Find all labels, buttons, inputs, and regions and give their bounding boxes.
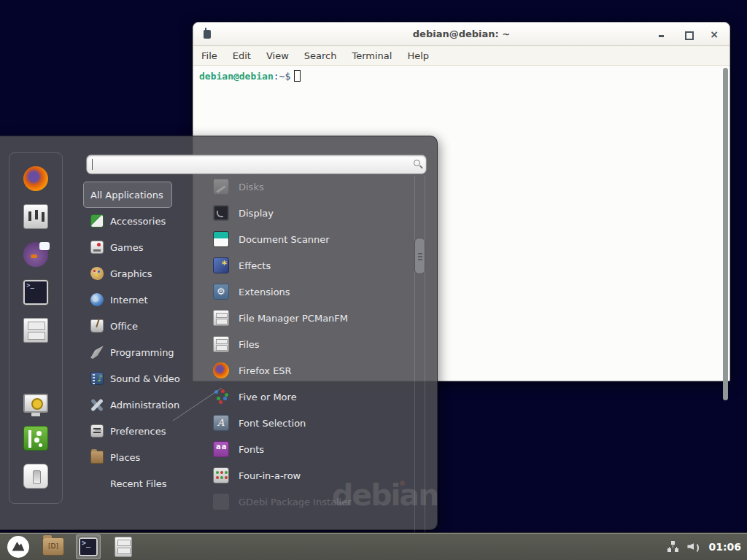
application-item[interactable]: GDebi Package Installer (213, 489, 410, 515)
category-item[interactable]: Recent Files (83, 470, 176, 497)
category-label: Sound & Video (110, 373, 180, 384)
taskbar-launcher[interactable] (6, 534, 31, 559)
application-item[interactable]: Extensions (213, 279, 410, 305)
network-icon[interactable] (667, 541, 678, 552)
category-label: Internet (110, 295, 148, 306)
prompt-user-host: debian@debian (199, 71, 274, 82)
taskbar-launcher[interactable] (76, 534, 101, 559)
application-item[interactable]: Font Selection (213, 410, 410, 436)
application-item[interactable]: Files (213, 331, 410, 357)
application-label: File Manager PCManFM (239, 313, 348, 324)
category-label: All Applications (90, 190, 163, 201)
application-label: Four-in-a-row (239, 470, 301, 481)
favorites-sidebar (9, 152, 63, 504)
category-label: Administration (110, 400, 179, 411)
terminal-icon (79, 537, 98, 556)
file-manager-icon[interactable] (23, 318, 48, 343)
application-item[interactable]: Firefox ESR (213, 357, 410, 384)
application-label: Font Selection (239, 418, 306, 429)
application-label: Fonts (239, 444, 264, 455)
logout-icon[interactable] (23, 426, 48, 451)
file-manager-icon (213, 310, 229, 326)
category-label: Places (110, 452, 140, 463)
internet-icon (90, 293, 104, 306)
category-item[interactable]: Preferences (83, 418, 174, 444)
search-box (86, 155, 427, 174)
search-input[interactable] (86, 155, 427, 174)
terminal-scrollbar-thumb[interactable] (723, 68, 728, 400)
menubar-item[interactable]: Edit (233, 50, 251, 61)
pidgin-icon[interactable] (23, 242, 48, 267)
terminal-scrollbar[interactable] (722, 68, 729, 400)
desktop: debian debian@debian: ~ × FileEditViewSe… (0, 0, 747, 560)
menubar-item[interactable]: Terminal (352, 50, 392, 61)
system-tray: 01:06 (667, 541, 747, 553)
shutdown-icon[interactable] (23, 464, 48, 489)
lock-screen-icon[interactable] (23, 394, 48, 413)
folder-d-icon (42, 537, 64, 556)
category-item[interactable]: Games (83, 234, 152, 260)
menubar-item[interactable]: File (201, 50, 217, 61)
prompt-path: :~$ (274, 71, 290, 82)
terminal-icon[interactable] (23, 280, 48, 305)
minimize-icon[interactable] (657, 29, 667, 39)
clock[interactable]: 01:06 (708, 541, 741, 553)
application-item[interactable]: Fonts (213, 436, 410, 462)
pointer-trail-line (173, 388, 222, 421)
taskbar-launcher[interactable] (41, 534, 66, 559)
application-label: Document Scanner (239, 234, 330, 245)
session-buttons (23, 392, 48, 489)
sound-video-icon (90, 372, 104, 385)
gdebi-icon (213, 494, 229, 510)
category-item[interactable]: Accessories (83, 208, 174, 234)
category-label: Office (110, 321, 138, 332)
application-item[interactable]: Document Scanner (213, 226, 410, 252)
category-item[interactable]: Office (83, 313, 147, 339)
menubar-item[interactable]: View (266, 50, 289, 61)
desktop-settings-icon[interactable] (23, 204, 48, 229)
taskbar-launcher[interactable] (111, 534, 136, 559)
window-icon (204, 30, 211, 39)
application-item[interactable]: File Manager PCManFM (213, 305, 410, 331)
maximize-icon[interactable] (683, 29, 693, 39)
search-icon (414, 160, 420, 166)
application-label: Effects (239, 260, 271, 271)
category-label: Games (110, 242, 143, 253)
menu-button-icon (7, 536, 29, 558)
terminal-titlebar[interactable]: debian@debian: ~ × (193, 23, 729, 46)
category-item[interactable]: Graphics (83, 260, 160, 287)
extensions-icon (213, 284, 229, 300)
disks-icon (213, 179, 229, 195)
menu-scrollbar-track[interactable] (414, 176, 425, 560)
fonts-icon (213, 441, 229, 457)
application-item[interactable]: Five or More (213, 384, 410, 410)
taskbar: 01:06 (0, 532, 747, 560)
application-item[interactable]: Effects (213, 252, 410, 279)
application-menu: All Applications Accessories Games Graph… (0, 136, 438, 530)
application-label: Extensions (239, 287, 290, 298)
terminal-cursor (294, 70, 301, 82)
effects-icon (213, 257, 229, 273)
application-item[interactable]: Four-in-a-row (213, 462, 410, 489)
category-item[interactable]: All Applications (83, 182, 172, 208)
firefox-icon[interactable] (23, 166, 48, 191)
document-scanner-icon (213, 231, 229, 247)
four-in-a-row-icon (213, 467, 229, 483)
category-item[interactable]: Programming (83, 339, 183, 365)
application-item[interactable]: Disks (213, 174, 410, 200)
category-label: Recent Files (110, 478, 167, 489)
menubar-item[interactable]: Search (304, 50, 337, 61)
menu-scrollbar-thumb[interactable] (414, 238, 425, 274)
category-item[interactable]: Places (83, 444, 149, 470)
category-item[interactable]: Internet (83, 287, 157, 313)
accessories-icon (90, 214, 104, 228)
menubar-item[interactable]: Help (407, 50, 429, 61)
programming-icon (90, 346, 104, 359)
close-icon[interactable]: × (709, 29, 719, 39)
preferences-icon (90, 424, 104, 438)
volume-icon[interactable] (687, 541, 700, 552)
application-label: Display (239, 208, 274, 219)
text-caret (92, 159, 93, 170)
application-label: Five or More (239, 392, 297, 402)
application-item[interactable]: Display (213, 200, 410, 226)
